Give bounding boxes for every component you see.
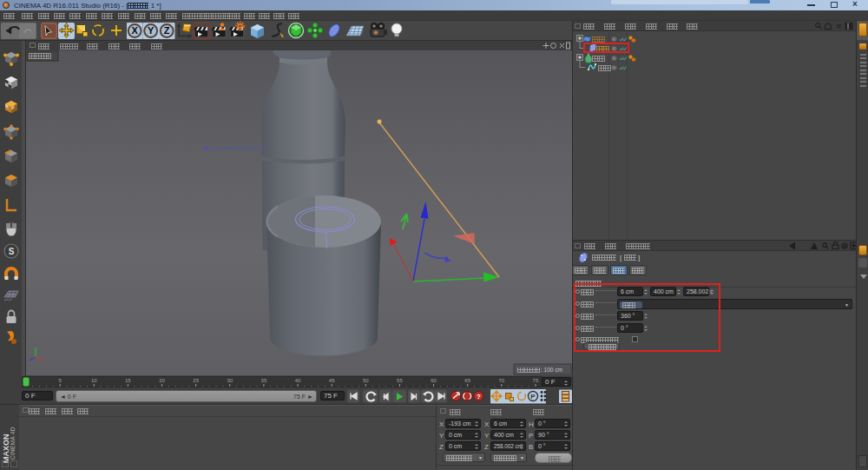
svg-text:55: 55 — [397, 378, 403, 383]
svg-text:Z: Z — [164, 25, 170, 36]
svg-text:?: ? — [477, 393, 481, 400]
svg-text:70: 70 — [498, 378, 504, 383]
svg-text:20: 20 — [159, 378, 165, 383]
svg-text:Y: Y — [148, 25, 155, 36]
svg-text:50: 50 — [363, 378, 369, 383]
svg-text:60: 60 — [431, 378, 437, 383]
svg-text:30: 30 — [227, 378, 233, 383]
svg-text:45: 45 — [329, 378, 335, 383]
svg-text:10: 10 — [91, 378, 97, 383]
svg-text:40: 40 — [295, 378, 301, 383]
svg-text:35: 35 — [261, 378, 267, 383]
svg-text:X: X — [132, 25, 139, 36]
svg-text:25: 25 — [193, 378, 199, 383]
svg-text:P: P — [530, 393, 536, 400]
svg-text:75: 75 — [533, 378, 539, 383]
svg-text:15: 15 — [125, 378, 131, 383]
svg-text:5: 5 — [58, 378, 62, 383]
svg-text:65: 65 — [464, 378, 470, 383]
svg-text:S: S — [9, 247, 15, 256]
